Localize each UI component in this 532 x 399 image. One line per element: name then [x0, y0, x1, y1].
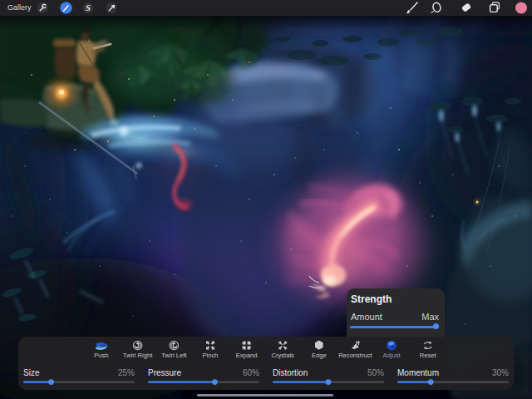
svg-text:Edge: Edge [312, 352, 327, 359]
svg-text:Distortion: Distortion [273, 368, 308, 377]
svg-text:Crystals: Crystals [271, 352, 294, 359]
svg-text:Twirl Left: Twirl Left [161, 352, 187, 359]
svg-text:Expand: Expand [236, 352, 258, 359]
svg-text:Pinch: Pinch [203, 352, 219, 359]
svg-text:50%: 50% [367, 368, 384, 377]
svg-text:30%: 30% [492, 368, 509, 377]
svg-text:Reset: Reset [420, 352, 437, 359]
svg-text:S: S [86, 3, 91, 12]
svg-text:Pressure: Pressure [148, 368, 181, 377]
svg-text:Twirl Right: Twirl Right [123, 352, 153, 359]
svg-text:Adjust: Adjust [382, 352, 401, 359]
svg-text:Push: Push [94, 352, 108, 359]
svg-text:25%: 25% [118, 368, 135, 377]
svg-text:Reconstruct: Reconstruct [338, 352, 372, 359]
svg-text:Size: Size [23, 368, 40, 377]
svg-text:60%: 60% [243, 368, 259, 377]
svg-text:Momentum: Momentum [397, 368, 439, 377]
